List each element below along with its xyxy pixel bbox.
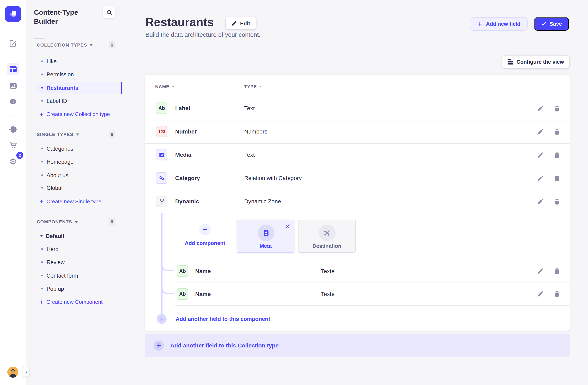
- picture-icon: [9, 82, 17, 90]
- delete-field-button[interactable]: [553, 290, 560, 297]
- edit-field-button[interactable]: [537, 267, 544, 274]
- field-type: Text: [244, 97, 255, 120]
- sidebar-item-content-manager[interactable]: [5, 35, 21, 51]
- create-collection-type-link[interactable]: + Create new Collection type: [40, 109, 110, 119]
- search-button[interactable]: [103, 6, 115, 18]
- sidebar-item-contact-form[interactable]: Contact form: [36, 269, 122, 282]
- column-label: NAME: [155, 84, 169, 89]
- section-count-badge: 6: [109, 41, 115, 48]
- add-field-to-component-button[interactable]: Add another field to this component: [145, 314, 270, 324]
- create-single-type-link[interactable]: + Create new Single type: [40, 196, 101, 207]
- sidebar-collapse-button[interactable]: ›: [23, 367, 30, 377]
- column-header-type[interactable]: TYPE: [244, 81, 262, 93]
- id-card-icon: [262, 229, 270, 237]
- sidebar-item-documentation[interactable]: [5, 94, 21, 110]
- bullet-icon: [41, 148, 43, 149]
- add-field-to-collection-type-label: Add another field to this Collection typ…: [170, 342, 278, 349]
- sidebar-item-plugins[interactable]: [5, 121, 21, 137]
- delete-field-button[interactable]: [553, 198, 560, 205]
- bullet-icon: [41, 275, 43, 276]
- section-collection-types[interactable]: COLLECTION TYPES: [37, 42, 93, 48]
- save-button[interactable]: Save: [534, 17, 569, 31]
- edit-field-button[interactable]: [537, 105, 544, 112]
- add-field-to-collection-type-button[interactable]: Add another field to this Collection typ…: [145, 334, 570, 357]
- pencil-icon: [537, 105, 543, 112]
- pencil-icon: [231, 20, 237, 26]
- page-title: Restaurants: [145, 16, 214, 29]
- item-label: Default: [46, 233, 64, 239]
- configure-view-button[interactable]: Configure the view: [502, 55, 570, 69]
- pencil-icon: [537, 198, 543, 205]
- section-label: SINGLE TYPES: [37, 132, 73, 137]
- edit-field-button[interactable]: [537, 290, 544, 297]
- add-component-button[interactable]: Add component: [169, 224, 240, 246]
- sidebar-item-like[interactable]: Like: [36, 55, 122, 67]
- delete-field-button[interactable]: [553, 267, 560, 274]
- sidebar-item-pop-up[interactable]: Pop up: [36, 283, 122, 295]
- section-count-badge: 6: [109, 131, 115, 138]
- table-row-number: 123 Number Numbers: [145, 120, 570, 143]
- sidebar-item-restaurants[interactable]: Restaurants: [36, 82, 122, 94]
- pen-square-icon: [9, 40, 17, 47]
- item-label: Contact form: [46, 273, 78, 279]
- edit-field-button[interactable]: [537, 151, 544, 158]
- pencil-icon: [537, 290, 543, 297]
- sidebar-item-about-us[interactable]: About us: [36, 169, 122, 181]
- section-components[interactable]: COMPONENTS: [37, 218, 78, 225]
- add-new-field-button[interactable]: Add new field: [470, 17, 527, 31]
- sort-caret-icon: [172, 86, 174, 87]
- field-name: Media: [175, 143, 191, 167]
- sidebar-item-homepage[interactable]: Homepage: [36, 156, 122, 168]
- plus-icon: [159, 316, 164, 322]
- delete-field-button[interactable]: [553, 151, 560, 158]
- item-label: Permission: [46, 71, 74, 77]
- bullet-icon: [41, 161, 43, 162]
- item-label: Global: [46, 185, 63, 191]
- sidebar-item-review[interactable]: Review: [36, 256, 122, 268]
- add-field-to-component-label: Add another field to this component: [176, 316, 270, 322]
- sidebar-item-permission[interactable]: Permission: [36, 68, 122, 81]
- create-component-link[interactable]: + Create new Component: [40, 296, 103, 307]
- item-label: Homepage: [46, 159, 74, 165]
- field-name: Number: [175, 120, 197, 143]
- delete-field-button[interactable]: [553, 175, 560, 182]
- remove-component-button[interactable]: [285, 223, 290, 229]
- sidebar-item-label-id[interactable]: Label ID: [36, 95, 122, 107]
- avatar[interactable]: [7, 367, 18, 378]
- sidebar-item-media-library[interactable]: [5, 78, 21, 94]
- item-label: Restaurants: [46, 85, 78, 91]
- number-field-badge: 123: [156, 126, 168, 137]
- edit-button[interactable]: Edit: [225, 17, 256, 30]
- component-tile-destination[interactable]: Destination: [298, 220, 356, 253]
- dynamic-zone-badge: [156, 196, 168, 207]
- edit-field-button[interactable]: [537, 198, 544, 205]
- sidebar-item-marketplace[interactable]: [5, 137, 21, 153]
- chain-link-icon: [159, 175, 165, 181]
- cart-icon: [9, 141, 17, 149]
- component-tile-meta[interactable]: Meta: [237, 220, 294, 253]
- field-type: Dynamic Zone: [244, 190, 281, 213]
- column-header-name[interactable]: NAME: [155, 81, 174, 93]
- field-name: Label: [175, 97, 190, 120]
- section-single-types[interactable]: SINGLE TYPES: [37, 131, 79, 138]
- delete-field-button[interactable]: [553, 128, 560, 135]
- sidebar-title: Content-Type Builder: [34, 8, 97, 26]
- delete-field-button[interactable]: [553, 105, 560, 112]
- sidebar-item-hero[interactable]: Hero: [36, 243, 122, 255]
- edit-field-button[interactable]: [537, 128, 544, 135]
- strapi-logo[interactable]: [5, 6, 21, 22]
- edit-field-button[interactable]: [537, 175, 544, 182]
- trash-icon: [553, 152, 560, 158]
- divider: [175, 305, 570, 306]
- chevron-down-icon: [40, 235, 43, 237]
- check-icon: [541, 21, 546, 26]
- sidebar-item-content-type-builder[interactable]: [7, 63, 19, 75]
- save-label: Save: [550, 21, 562, 27]
- text-field-badge: Ab: [177, 265, 188, 277]
- sidebar-item-categories[interactable]: Categories: [36, 142, 122, 155]
- relation-field-badge: [156, 172, 168, 184]
- action-label: Create new Collection type: [46, 111, 110, 117]
- field-name: Name: [195, 283, 211, 305]
- component-group-default[interactable]: Default: [36, 230, 122, 242]
- sidebar-item-global[interactable]: Global: [36, 182, 122, 194]
